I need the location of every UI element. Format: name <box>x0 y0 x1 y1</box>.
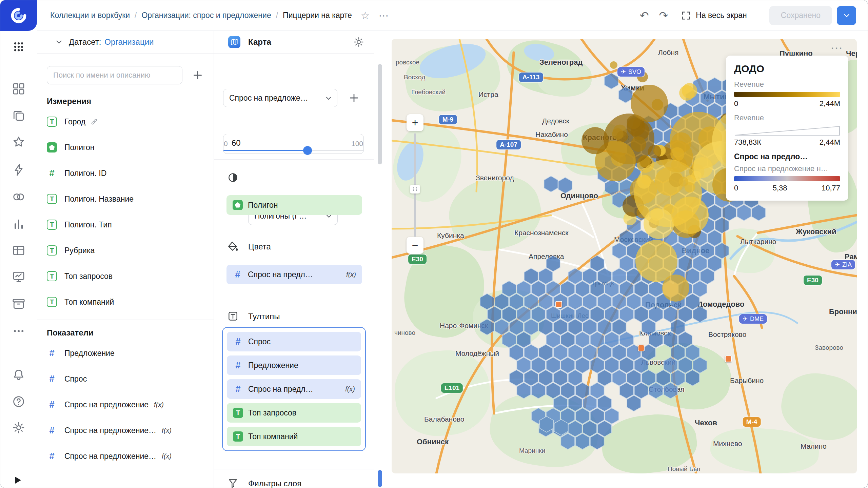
dimension-field-row[interactable]: TПолигон. Тип <box>37 212 214 238</box>
save-dropdown-button[interactable] <box>837 6 856 25</box>
chart-type-title: Карта <box>248 37 271 47</box>
field-chip[interactable]: #Спрос на предл…f(x) <box>227 379 361 399</box>
slider-max: 100 <box>351 140 363 148</box>
field-label: Спрос на предложение… <box>64 452 156 461</box>
workbooks-icon[interactable] <box>12 109 25 122</box>
dimension-field-row[interactable]: #Полигон. ID <box>37 160 214 186</box>
field-label: Полигон. Тип <box>64 220 112 229</box>
poi-marker <box>725 355 732 362</box>
field-chip[interactable]: TТоп запросов <box>227 403 361 423</box>
field-label: Спрос <box>64 374 87 384</box>
storage-icon[interactable] <box>12 297 25 311</box>
field-chip[interactable]: #Спрос <box>227 332 361 351</box>
dimension-field-row[interactable]: TТоп компаний <box>37 289 214 315</box>
field-chip[interactable]: #Предложение <box>227 355 361 375</box>
add-layer-icon[interactable] <box>348 92 360 104</box>
gear-icon[interactable] <box>353 36 364 48</box>
road-badge: М-9 <box>439 115 457 124</box>
divider <box>214 297 374 297</box>
scrollbar-thumb-bottom[interactable] <box>378 470 382 487</box>
notifications-icon[interactable] <box>12 368 25 382</box>
field-chip[interactable]: TТоп компаний <box>227 427 361 446</box>
legend-title: ДОДО <box>734 63 840 75</box>
measure-field-row[interactable]: #Спрос на предложение…f(x) <box>37 443 214 469</box>
type-string-icon: T <box>233 408 243 418</box>
scrollbar-thumb[interactable] <box>378 64 382 164</box>
more-menu-icon[interactable]: ⋯ <box>379 9 389 21</box>
functions-icon[interactable] <box>12 163 25 177</box>
zoom-out-button[interactable]: − <box>407 237 423 254</box>
dimension-field-row[interactable]: TГород <box>37 109 214 135</box>
chip-label: Спрос на предл… <box>248 385 313 394</box>
field-label: Полигон. Название <box>64 195 134 204</box>
breadcrumb-collections[interactable]: Коллекции и воркбуки <box>50 11 130 20</box>
search-input[interactable] <box>47 66 182 84</box>
type-string-icon: T <box>47 245 57 256</box>
zoom-handle[interactable] <box>410 185 420 194</box>
type-string-icon: T <box>233 431 243 442</box>
field-label: Топ компаний <box>64 298 114 307</box>
legend-demand-title: Спрос на предло… <box>734 152 840 161</box>
add-field-icon[interactable] <box>192 69 203 81</box>
undo-icon[interactable]: ↶ <box>640 9 649 22</box>
monitoring-icon[interactable] <box>12 270 25 284</box>
revenue-min: 0 <box>734 99 738 108</box>
favorites-icon[interactable] <box>12 135 25 149</box>
more-icon[interactable] <box>12 324 25 338</box>
redo-icon[interactable]: ↷ <box>659 9 668 22</box>
formula-icon: f(x) <box>346 271 356 279</box>
charts-icon[interactable] <box>12 217 25 231</box>
breadcrumb-workbook[interactable]: Организации: спрос и предложение <box>141 11 271 20</box>
widgets-icon[interactable] <box>12 82 25 96</box>
type-number-icon: # <box>47 451 57 461</box>
settings-icon[interactable] <box>12 421 25 434</box>
slider-track[interactable] <box>223 150 363 151</box>
datalens-logo[interactable] <box>0 0 37 31</box>
chevron-down-icon[interactable] <box>55 38 63 46</box>
field-label: Спрос на предложение… <box>64 426 156 435</box>
chip-label: Топ запросов <box>248 408 296 418</box>
dimension-field-row[interactable]: Полигон <box>37 135 214 160</box>
airport-badge: ✈ZIA <box>831 260 855 269</box>
measure-field-row[interactable]: #Спрос <box>37 366 214 392</box>
type-number-icon: # <box>47 400 57 410</box>
field-chip[interactable]: Полигон <box>226 195 362 215</box>
type-number-icon: # <box>47 425 57 435</box>
saved-button[interactable]: Сохранено <box>769 6 832 25</box>
tooltips-dropzone[interactable]: #Спрос#Предложение#Спрос на предл…f(x)TТ… <box>222 327 366 451</box>
field-chip[interactable]: #Спрос на предл…f(x) <box>226 265 362 284</box>
field-label: Полигон <box>64 143 94 152</box>
legend-size-label: Revenue <box>734 114 840 122</box>
collapse-panel-icon[interactable] <box>15 477 21 484</box>
help-icon[interactable] <box>12 395 25 408</box>
airport-badge: ✈SVO <box>617 67 645 77</box>
link-icon <box>90 118 98 126</box>
legend-revenue-label: Revenue <box>734 80 840 89</box>
type-number-icon: # <box>233 384 243 394</box>
size-max: 2,44М <box>820 138 840 147</box>
relations-icon[interactable] <box>12 190 25 204</box>
chip-label: Предложение <box>248 361 298 370</box>
map-canvas[interactable]: ровскоеВосходГлебовскийИстраЗеленоградЛо… <box>392 39 857 473</box>
layer-select[interactable]: Спрос на предложе… <box>223 89 337 107</box>
fullscreen-label: На весь экран <box>696 11 747 20</box>
measure-field-row[interactable]: #Предложение <box>37 340 214 366</box>
map-legend: ДОДО Revenue 0 2,44M Revenue 738,83К 2,4… <box>726 56 848 201</box>
map-more-icon[interactable]: ⋯ <box>830 41 843 55</box>
measure-field-row[interactable]: #Спрос на предложение…f(x) <box>37 418 214 443</box>
measure-field-row[interactable]: #Спрос на предложениеf(x) <box>37 392 214 418</box>
fullscreen-button[interactable]: На весь экран <box>681 11 747 21</box>
geometry-type-icon <box>227 172 239 183</box>
type-number-icon: # <box>233 269 243 280</box>
tables-icon[interactable] <box>12 244 25 257</box>
zoom-in-button[interactable]: + <box>407 114 423 131</box>
topbar: Коллекции и воркбуки / Организации: спро… <box>0 0 868 31</box>
apps-menu-icon[interactable] <box>12 40 25 54</box>
dimension-field-row[interactable]: TРубрика <box>37 238 214 263</box>
dataset-panel: Датасет: Организации Измерения TГородПол… <box>37 31 214 488</box>
dimension-field-row[interactable]: TТоп запросов <box>37 263 214 289</box>
favorite-star-icon[interactable]: ☆ <box>361 9 370 21</box>
dataset-name-link[interactable]: Организации <box>104 37 154 47</box>
dimension-field-row[interactable]: TПолигон. Название <box>37 186 214 212</box>
type-string-icon: T <box>47 271 57 281</box>
